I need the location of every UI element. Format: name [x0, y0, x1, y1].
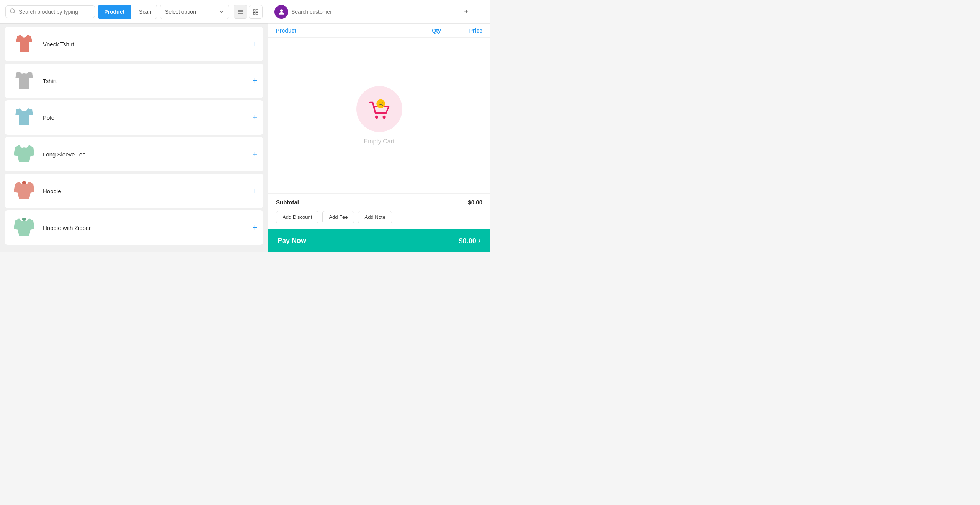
product-name: Hoodie [43, 188, 247, 194]
add-product-button[interactable]: + [252, 187, 257, 195]
product-thumbnail [11, 178, 38, 204]
column-price: Price [452, 28, 482, 34]
subtotal-label: Subtotal [276, 199, 299, 205]
product-name: Polo [43, 114, 247, 121]
chevron-down-icon [219, 10, 224, 14]
svg-rect-5 [253, 10, 255, 11]
cart-empty-state: Empty Cart [268, 38, 490, 193]
add-product-button[interactable]: + [252, 77, 257, 85]
right-panel: + ⋮ Product Qty Price [268, 0, 490, 252]
subtotal-value: $0.00 [468, 199, 482, 205]
column-qty: Qty [421, 28, 452, 34]
svg-marker-9 [16, 35, 32, 52]
svg-line-1 [14, 12, 15, 13]
list-view-button[interactable] [234, 5, 247, 19]
list-item[interactable]: Hoodie + [5, 174, 263, 208]
customer-search-input[interactable] [291, 9, 459, 15]
view-toggle [234, 5, 263, 19]
customer-search-wrapper [274, 5, 459, 19]
action-buttons: Add Discount Add Fee Add Note [268, 211, 490, 229]
product-thumbnail [11, 104, 38, 131]
subtotal-row: Subtotal $0.00 [268, 194, 490, 211]
svg-point-20 [375, 116, 378, 119]
add-product-button[interactable]: + [252, 223, 257, 232]
add-product-button[interactable]: + [252, 40, 257, 48]
list-item[interactable]: Polo + [5, 100, 263, 135]
product-thumbnail [11, 31, 38, 57]
svg-point-21 [382, 116, 385, 119]
search-wrapper [5, 5, 95, 18]
svg-point-22 [376, 99, 385, 108]
cart-bottom: Subtotal $0.00 Add Discount Add Fee Add … [268, 193, 490, 252]
list-item[interactable]: Vneck Tshirt + [5, 27, 263, 61]
pay-now-label: Pay Now [278, 237, 306, 245]
svg-rect-8 [256, 12, 258, 14]
svg-rect-7 [253, 12, 255, 14]
list-item[interactable]: Long Sleeve Tee + [5, 137, 263, 171]
pay-amount: $0.00 › [459, 236, 481, 246]
svg-point-19 [280, 9, 283, 12]
more-options-button[interactable]: ⋮ [474, 6, 484, 18]
add-discount-button[interactable]: Add Discount [276, 211, 318, 223]
product-name: Tshirt [43, 78, 247, 84]
scan-button[interactable]: Scan [134, 5, 157, 19]
svg-point-23 [378, 103, 379, 104]
svg-point-17 [22, 218, 26, 221]
svg-marker-13 [14, 145, 34, 162]
select-option-dropdown[interactable]: Select option [160, 5, 229, 19]
add-product-button[interactable]: + [252, 150, 257, 158]
empty-cart-text: Empty Cart [364, 138, 394, 145]
product-name: Vneck Tshirt [43, 41, 247, 47]
product-thumbnail [11, 141, 38, 168]
product-name: Long Sleeve Tee [43, 151, 247, 158]
svg-rect-6 [256, 10, 258, 11]
svg-point-15 [22, 181, 26, 184]
product-thumbnail [11, 214, 38, 241]
svg-point-24 [382, 103, 383, 104]
add-note-button[interactable]: Add Note [358, 211, 392, 223]
search-icon [10, 8, 16, 15]
avatar-icon [274, 5, 288, 19]
product-thumbnail [11, 67, 38, 94]
column-product: Product [276, 28, 421, 34]
svg-marker-10 [15, 72, 33, 89]
svg-marker-14 [14, 182, 34, 199]
cart-header: + ⋮ [268, 0, 490, 24]
pay-now-button[interactable]: Pay Now $0.00 › [268, 229, 490, 252]
add-customer-button[interactable]: + [462, 6, 470, 18]
product-list: Vneck Tshirt + Tshirt + [0, 24, 268, 252]
product-name: Hoodie with Zipper [43, 225, 247, 231]
add-fee-button[interactable]: Add Fee [322, 211, 354, 223]
pay-now-arrow-icon: › [478, 236, 481, 245]
add-product-button[interactable]: + [252, 113, 257, 122]
left-panel: Product Scan Select option [0, 0, 268, 252]
search-input[interactable] [19, 9, 91, 15]
svg-point-0 [10, 9, 15, 13]
top-bar: Product Scan Select option [0, 0, 268, 24]
empty-cart-illustration [356, 86, 402, 132]
list-item[interactable]: Hoodie with Zipper + [5, 210, 263, 245]
cart-table-header: Product Qty Price [268, 24, 490, 38]
list-item[interactable]: Tshirt + [5, 64, 263, 98]
grid-view-button[interactable] [249, 5, 263, 19]
product-button[interactable]: Product [98, 5, 131, 19]
